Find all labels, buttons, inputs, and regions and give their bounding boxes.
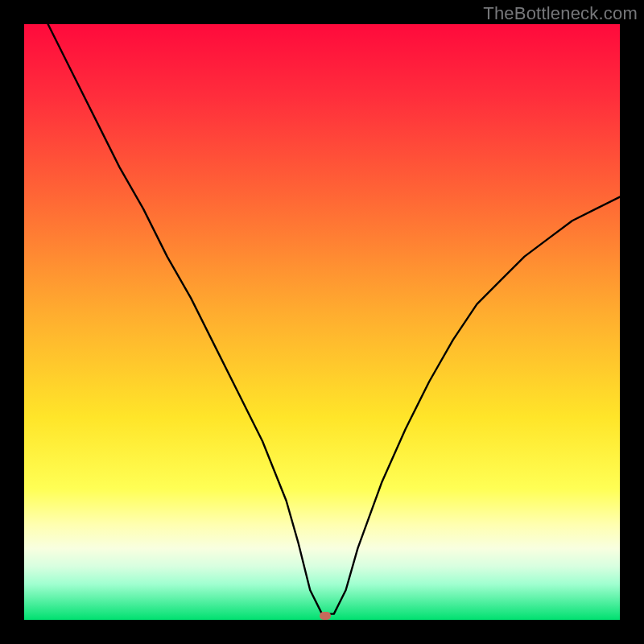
watermark-text: TheBottleneck.com — [483, 3, 638, 24]
bottleneck-curve — [24, 24, 620, 620]
optimal-point-marker — [320, 612, 331, 620]
chart-frame: TheBottleneck.com — [0, 0, 644, 644]
plot-area — [24, 24, 620, 620]
